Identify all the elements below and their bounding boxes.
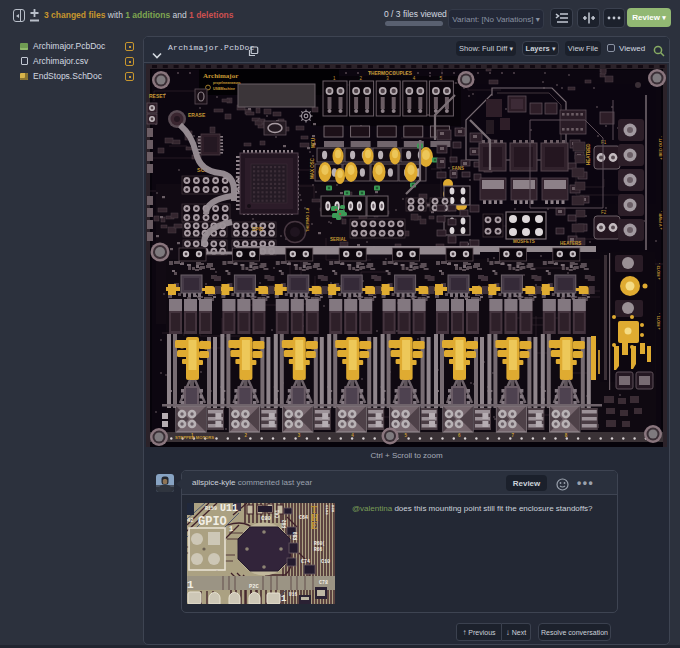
- svg-text:C78: C78: [319, 580, 328, 586]
- svg-text:HEATBED: HEATBED: [586, 143, 591, 165]
- svg-text:C64: C64: [299, 515, 308, 521]
- svg-text:propelmeanwaves: propelmeanwaves: [213, 81, 241, 85]
- svg-text:ERASE: ERASE: [188, 112, 206, 118]
- svg-text:1: 1: [187, 579, 194, 591]
- svg-text:U11: U11: [220, 503, 238, 514]
- svg-text:MOSFETS: MOSFETS: [513, 239, 535, 244]
- svg-text:MAX OSC: MAX OSC: [310, 157, 315, 179]
- svg-text:RESET: RESET: [149, 93, 166, 99]
- svg-text:+ V PWR -: + V PWR -: [658, 210, 663, 230]
- svg-text:GPIO: GPIO: [252, 227, 264, 232]
- svg-text:1: 1: [281, 594, 287, 604]
- svg-text:R66: R66: [314, 547, 322, 552]
- svg-text:STEPPER MOTORS: STEPPER MOTORS: [175, 435, 214, 440]
- svg-text:R82: R82: [282, 520, 287, 528]
- svg-text:Archimajor: Archimajor: [203, 72, 238, 80]
- svg-text:C61: C61: [275, 510, 280, 518]
- svg-text:C10: C10: [321, 559, 330, 565]
- svg-text:R60(: R60(: [314, 541, 325, 546]
- svg-text:F2: F2: [601, 210, 607, 215]
- svg-text:E: E: [311, 521, 317, 531]
- svg-text:P2C: P2C: [249, 583, 260, 590]
- svg-text:U16: U16: [289, 592, 297, 597]
- svg-text:C74: C74: [301, 559, 310, 565]
- svg-text:D28: D28: [331, 505, 335, 513]
- svg-text:C103: C103: [325, 505, 329, 515]
- svg-text:HEATERS: HEATERS: [560, 241, 581, 246]
- svg-text:F1: F1: [601, 140, 607, 145]
- svg-text:+ MOT1 -: + MOT1 -: [656, 312, 661, 330]
- svg-text:R80: R80: [293, 532, 298, 540]
- svg-text:THERMO 1-8: THERMO 1-8: [305, 207, 310, 232]
- svg-text:+ BED OUT -: + BED OUT -: [658, 135, 663, 160]
- svg-text:USBMachine: USBMachine: [213, 87, 235, 91]
- svg-text:1: 1: [229, 525, 233, 533]
- svg-text:THERMOCOUPLES: THERMOCOUPLES: [368, 71, 413, 76]
- svg-text:GPIO: GPIO: [198, 515, 227, 529]
- svg-text:SERIAL: SERIAL: [330, 237, 347, 242]
- svg-text:42: 42: [187, 517, 194, 524]
- svg-text:MCU: MCU: [311, 138, 316, 148]
- svg-text:+ MOT2 -: + MOT2 -: [656, 262, 661, 280]
- svg-text:R159: R159: [205, 506, 217, 512]
- svg-text:C80: C80: [261, 515, 271, 522]
